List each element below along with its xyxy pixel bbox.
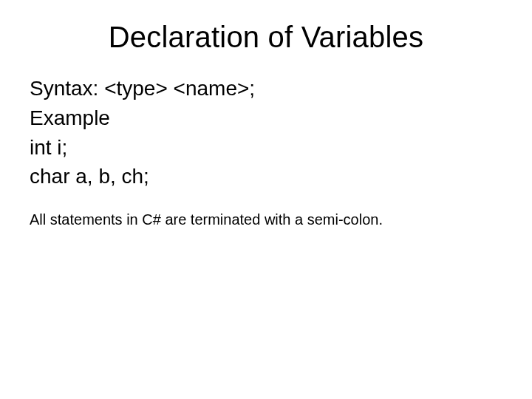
syntax-line: Syntax: <type> <name>; bbox=[30, 75, 502, 103]
slide-title: Declaration of Variables bbox=[30, 21, 502, 54]
example-line-2: char a, b, ch; bbox=[30, 163, 502, 191]
footer-note: All statements in C# are terminated with… bbox=[30, 211, 502, 228]
example-label: Example bbox=[30, 104, 502, 132]
example-line-1: int i; bbox=[30, 134, 502, 162]
slide-body: Syntax: <type> <name>; Example int i; ch… bbox=[30, 75, 502, 191]
